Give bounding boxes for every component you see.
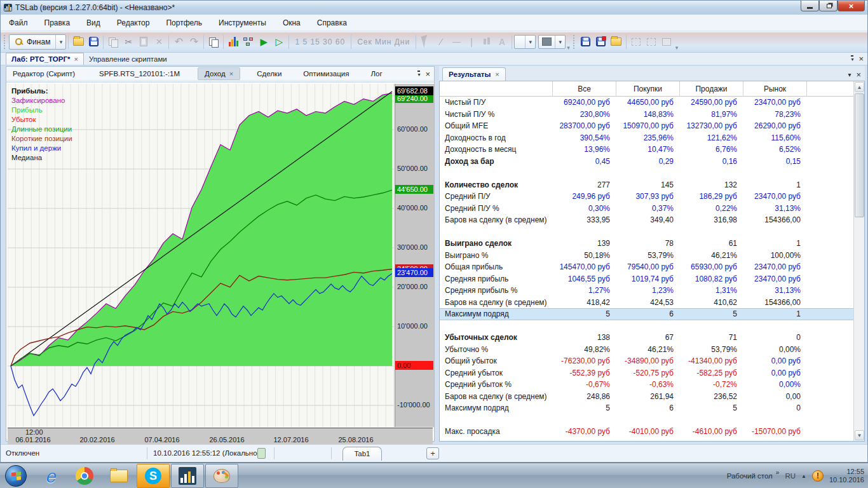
- add-workspace-tab-button[interactable]: +: [426, 447, 439, 459]
- column-header-Продажи[interactable]: Продажи: [680, 81, 743, 96]
- tab-script-management[interactable]: Управление скриптами: [84, 53, 172, 65]
- table-row[interactable]: Доходность в месяц13,96%10,47%6,76%6,52%: [440, 144, 853, 156]
- table-row[interactable]: Максимум подряд5651: [440, 308, 853, 320]
- toolbar-overflow-icon[interactable]: ▾: [567, 44, 570, 51]
- table-row[interactable]: Средняя прибыль %1,27%1,23%1,31%31,13%: [440, 285, 853, 297]
- table-row[interactable]: Средняя прибыль1046,55 руб1019,74 руб108…: [440, 273, 853, 285]
- panel-tab-log[interactable]: Лог: [364, 68, 388, 79]
- panel-tab-optimization[interactable]: Оптимизация: [297, 68, 355, 79]
- pointer-tool-button[interactable]: [418, 34, 433, 50]
- panel-tab-instrument[interactable]: SPFB.RTS_120101:-:1M: [93, 68, 186, 79]
- table-row[interactable]: Убыточно %49,82%46,21%53,79%0,00%: [440, 344, 853, 356]
- desktop-toolbar-label[interactable]: Рабочий стол: [727, 472, 773, 480]
- table-row[interactable]: Средний убыток %-0,67%-0,63%-0,72%0,00%: [440, 379, 853, 391]
- tab-lab-rts-torg[interactable]: Лаб: РТС_ТОРГ* ×: [6, 53, 84, 65]
- close-icon[interactable]: ×: [425, 69, 430, 79]
- table-row[interactable]: Чистый П/У %230,80%148,83%81,97%78,23%: [440, 109, 853, 121]
- profit-chart[interactable]: Прибыль:ЗафиксированоПрибыльУбытокДлинны…: [6, 81, 434, 441]
- copy-button[interactable]: [105, 34, 121, 50]
- taskbar-tslab[interactable]: [171, 464, 204, 488]
- table-row[interactable]: Убыточных сделок13867710: [440, 332, 853, 344]
- chevron-down-icon[interactable]: ▾: [848, 71, 851, 78]
- close-icon[interactable]: ×: [856, 70, 861, 79]
- chevrons-icon[interactable]: »: [776, 469, 780, 476]
- close-button[interactable]: ×: [837, 1, 865, 11]
- table-row[interactable]: Количество сделок2771451321: [440, 179, 853, 191]
- open-button[interactable]: [71, 34, 86, 50]
- table-row[interactable]: Чистый П/У69240,00 руб44650,00 руб24590,…: [440, 97, 853, 109]
- hline-tool-button[interactable]: —: [449, 34, 464, 50]
- minimize-button[interactable]: [801, 1, 819, 11]
- table-row[interactable]: Средний П/У %0,30%0,37%0,22%31,13%: [440, 203, 853, 215]
- workspace-tab1[interactable]: Tab1: [342, 447, 382, 461]
- taskbar-chrome[interactable]: [68, 464, 101, 488]
- chart-plot-area[interactable]: Прибыль:ЗафиксированоПрибыльУбытокДлинны…: [8, 84, 394, 427]
- toolbar-overflow-icon[interactable]: ▾: [675, 44, 679, 51]
- panel-tab-trades[interactable]: Сделки: [250, 68, 288, 79]
- table-row[interactable]: Общая прибыль145470,00 руб79540,00 руб65…: [440, 261, 853, 273]
- menu-file[interactable]: Файл: [1, 16, 36, 30]
- taskbar-skype[interactable]: S: [137, 464, 170, 488]
- text-tool-button[interactable]: A: [494, 34, 510, 50]
- table-row[interactable]: Макс. просадка-4370,00 руб-4010,00 руб-4…: [440, 426, 853, 438]
- chart-button[interactable]: [226, 34, 241, 50]
- close-icon[interactable]: ×: [858, 54, 864, 64]
- delete-button[interactable]: ×: [151, 34, 166, 50]
- table-row[interactable]: Средний убыток-552,39 руб-520,75 руб-582…: [440, 367, 853, 379]
- save-as-button[interactable]: [593, 34, 609, 50]
- line-tool-button[interactable]: ∕: [433, 34, 449, 50]
- menu-view[interactable]: Вид: [78, 16, 109, 30]
- start-button[interactable]: [3, 464, 29, 487]
- timeframe-buttons[interactable]: 1 5 15 30 60: [291, 37, 349, 46]
- table-row[interactable]: Общий убыток-76230,00 руб-34890,00 руб-4…: [440, 355, 853, 367]
- pin-icon[interactable]: ▾: [417, 71, 420, 78]
- undo-button[interactable]: ↶: [171, 34, 186, 50]
- cut-button[interactable]: ✂: [121, 34, 136, 50]
- style-combobox[interactable]: ▾: [514, 35, 536, 49]
- menu-help[interactable]: Справка: [309, 16, 355, 30]
- toolbar-grip[interactable]: [4, 35, 7, 49]
- redo-button[interactable]: ↷: [186, 34, 201, 50]
- panel-tab-income[interactable]: Доход×: [198, 67, 240, 80]
- save-layout-button[interactable]: [578, 34, 593, 50]
- open-layout-button[interactable]: [609, 34, 624, 50]
- scrollbar-thumb[interactable]: [855, 93, 864, 217]
- menu-tools[interactable]: Инструменты: [210, 16, 275, 30]
- color-combobox[interactable]: ▾: [538, 35, 566, 49]
- menu-portfolio[interactable]: Портфель: [158, 16, 210, 30]
- taskbar-internet-explorer[interactable]: e: [34, 464, 67, 488]
- notification-alert-icon[interactable]: !: [812, 470, 824, 482]
- close-tab-icon[interactable]: ×: [229, 70, 233, 78]
- panel-tab-editor-script[interactable]: Редактор (Скрипт): [6, 68, 81, 79]
- vline-tool-button[interactable]: |: [464, 34, 479, 50]
- pin-icon[interactable]: ▾: [851, 55, 853, 62]
- save-button[interactable]: [86, 34, 101, 50]
- toolbar-grip2[interactable]: [573, 35, 576, 49]
- table-row[interactable]: Выиграно %50,18%53,79%46,21%100,00%: [440, 250, 853, 262]
- table-row[interactable]: Выиграно сделок13978611: [440, 238, 853, 250]
- tray-expand-icon[interactable]: ▲: [801, 473, 806, 479]
- table-row[interactable]: Средний П/У249,96 руб307,93 руб186,29 ру…: [440, 191, 853, 203]
- scroll-down-icon[interactable]: ▼: [855, 430, 864, 440]
- run-button[interactable]: ▶: [256, 34, 271, 50]
- table-row[interactable]: Максимум подряд5650: [440, 402, 853, 414]
- table-row[interactable]: Доходность в год390,54%235,96%121,62%115…: [440, 132, 853, 144]
- table-row[interactable]: Баров на сделку (в среднем)418,42424,534…: [440, 297, 853, 309]
- column-header-Покупки[interactable]: Покупки: [616, 81, 680, 96]
- scroll-up-icon[interactable]: ▲: [855, 82, 864, 92]
- tab-results[interactable]: Результаты ×: [442, 67, 506, 81]
- candles-button[interactable]: [479, 34, 494, 50]
- paste-button[interactable]: [136, 34, 151, 50]
- language-indicator[interactable]: RU: [785, 472, 796, 480]
- menu-edit[interactable]: Правка: [36, 16, 79, 30]
- taskbar-explorer[interactable]: [102, 464, 135, 488]
- taskbar-clock[interactable]: 12:55 10.10.2016: [829, 468, 864, 484]
- results-scrollbar[interactable]: ▲ ▼: [853, 81, 864, 441]
- menu-windows[interactable]: Окна: [275, 16, 309, 30]
- script-scheme-button[interactable]: [241, 34, 256, 50]
- select-tool-1-button[interactable]: [628, 34, 644, 50]
- taskbar-paint[interactable]: [205, 464, 238, 488]
- table-row[interactable]: Баров на сделку (в среднем)333,95349,403…: [440, 214, 853, 226]
- restore-button[interactable]: [819, 1, 837, 11]
- column-header-Рынок[interactable]: Рынок: [743, 81, 807, 96]
